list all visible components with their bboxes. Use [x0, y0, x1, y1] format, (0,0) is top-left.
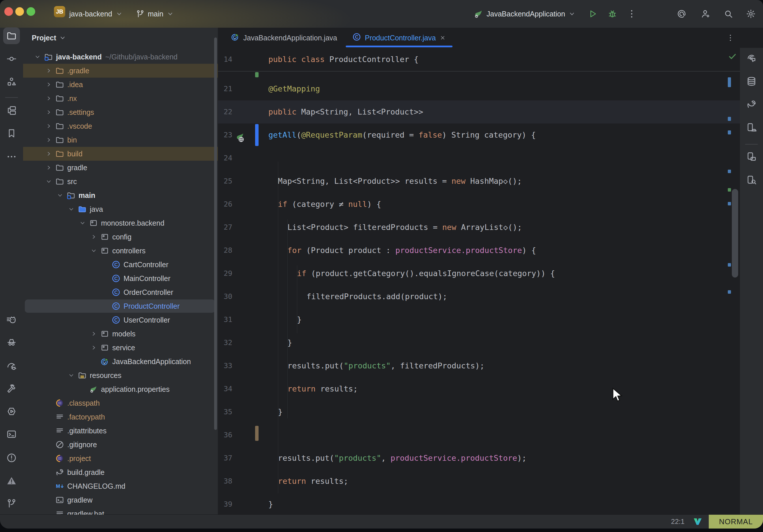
editor-scrollbar[interactable]: [732, 189, 738, 277]
terminal-icon[interactable]: [3, 426, 20, 443]
code-line[interactable]: 30filteredProducts.add(product);: [218, 285, 740, 308]
tree-item[interactable]: src: [23, 174, 218, 188]
debug-button[interactable]: [605, 6, 620, 21]
more-actions-button[interactable]: [624, 6, 639, 21]
tree-item[interactable]: .idea: [23, 78, 218, 91]
error-stripe-mark[interactable]: [728, 77, 731, 87]
search-everywhere-button[interactable]: [721, 6, 736, 21]
incognito-icon[interactable]: [3, 334, 20, 350]
tree-item[interactable]: controllers: [23, 244, 218, 258]
device-mirror-icon[interactable]: [743, 148, 760, 165]
tree-item[interactable]: COrderController: [23, 285, 218, 299]
device-explorer-icon[interactable]: [743, 172, 760, 188]
profiler-icon[interactable]: [3, 358, 20, 374]
tree-item[interactable]: resources: [23, 369, 218, 382]
chevron-right-icon[interactable]: [88, 328, 100, 340]
tree-item[interactable]: java-backend~/Github/java-backend: [23, 50, 218, 64]
tree-item[interactable]: monostore.backend: [23, 216, 218, 230]
problems-icon[interactable]: [3, 450, 20, 466]
tree-item[interactable]: gradlew: [23, 493, 218, 507]
chevron-down-icon[interactable]: [65, 203, 77, 215]
chevron-right-icon[interactable]: [43, 134, 54, 146]
tree-item[interactable]: .settings: [23, 105, 218, 119]
project-panel-header[interactable]: Project: [23, 28, 218, 48]
code-line[interactable]: 38return results;: [218, 470, 740, 493]
code-editor[interactable]: 14public class ProductController {21@Get…: [218, 48, 740, 515]
minimize-window-button[interactable]: [15, 7, 24, 16]
chevron-down-icon[interactable]: [77, 217, 88, 229]
error-stripe-mark[interactable]: [728, 170, 731, 173]
code-line[interactable]: 35}: [218, 400, 740, 424]
commit-icon[interactable]: [3, 51, 20, 67]
tree-item[interactable]: config: [23, 230, 218, 244]
tree-item[interactable]: models: [23, 327, 218, 341]
editor-tab[interactable]: JavaBackendApplication.java: [223, 28, 345, 48]
copilot-icon[interactable]: [3, 311, 20, 328]
build-hammer-icon[interactable]: [3, 380, 20, 397]
bookmark-icon[interactable]: [3, 125, 20, 142]
tree-item[interactable]: MCHANGELOG.md: [23, 479, 218, 493]
tree-item[interactable]: .gitattributes: [23, 424, 218, 438]
ai-assistant-button[interactable]: [674, 6, 689, 21]
tree-item[interactable]: bin: [23, 133, 218, 147]
tree-item[interactable]: main: [23, 188, 218, 202]
code-line[interactable]: 23getAll(@RequestParam(required = false)…: [218, 124, 740, 147]
code-with-me-button[interactable]: [698, 6, 713, 21]
caret-position[interactable]: 22:1: [671, 518, 685, 526]
tab-options-button[interactable]: [725, 33, 735, 43]
tree-item[interactable]: service: [23, 341, 218, 355]
code-line[interactable]: 26if (category ≠ null) {: [218, 193, 740, 216]
tree-item[interactable]: JavaBackendApplication: [23, 355, 218, 369]
services-icon[interactable]: [3, 102, 20, 119]
error-stripe-mark[interactable]: [728, 290, 731, 294]
chevron-right-icon[interactable]: [43, 148, 54, 160]
database-icon[interactable]: [743, 73, 760, 90]
tree-item[interactable]: gradle: [23, 161, 218, 174]
chevron-right-icon[interactable]: [88, 342, 100, 354]
code-line[interactable]: 28for (Product product : productService.…: [218, 239, 740, 262]
ai-assistant-icon[interactable]: [743, 50, 760, 67]
zoom-window-button[interactable]: [27, 7, 35, 16]
sticky-code-line[interactable]: 14public class ProductController {: [218, 48, 740, 71]
error-stripe-mark[interactable]: [728, 117, 731, 121]
error-stripe-mark[interactable]: [728, 202, 731, 205]
chevron-right-icon[interactable]: [43, 65, 54, 76]
tree-item[interactable]: .gitignore: [23, 438, 218, 452]
chevron-right-icon[interactable]: [43, 120, 54, 132]
error-stripe-mark[interactable]: [728, 263, 731, 266]
tree-item[interactable]: .nx: [23, 91, 218, 105]
project-tree-scrollbar[interactable]: [214, 38, 217, 430]
chevron-right-icon[interactable]: [43, 162, 54, 173]
chevron-right-icon[interactable]: [43, 106, 54, 118]
git-branch-icon[interactable]: [3, 495, 20, 512]
code-line[interactable]: 32}: [218, 331, 740, 354]
chevron-right-icon[interactable]: [43, 93, 54, 104]
chevron-right-icon[interactable]: [88, 231, 100, 243]
code-line[interactable]: 39}: [218, 493, 740, 515]
tree-item[interactable]: .factorypath: [23, 410, 218, 424]
tree-item[interactable]: .gradle: [23, 64, 218, 78]
code-line[interactable]: 36: [218, 424, 740, 447]
tree-item[interactable]: CProductController: [23, 299, 218, 313]
error-stripe-mark[interactable]: [728, 130, 731, 135]
run-configuration-selector[interactable]: JavaBackendApplication: [473, 0, 576, 28]
tree-item[interactable]: .classpath: [23, 396, 218, 410]
ideavim-icon[interactable]: [693, 517, 703, 527]
code-line[interactable]: 29if (product.getCategory().equalsIgnore…: [218, 262, 740, 285]
code-line[interactable]: 22public Map<String, List<Product>>: [218, 100, 740, 124]
run-hexagon-icon[interactable]: [3, 403, 20, 420]
tree-item[interactable]: CCartController: [23, 258, 218, 271]
error-stripe-mark[interactable]: [728, 188, 731, 191]
tree-item[interactable]: CUserController: [23, 313, 218, 327]
tree-item[interactable]: application.properties: [23, 382, 218, 396]
close-icon[interactable]: [439, 34, 446, 41]
chevron-down-icon[interactable]: [88, 245, 100, 257]
code-line[interactable]: 27List<Product> filteredProducts = new A…: [218, 216, 740, 239]
code-line[interactable]: 34return results;: [218, 377, 740, 400]
gradle-icon[interactable]: [743, 96, 760, 113]
code-line[interactable]: 33results.put("products", filteredProduc…: [218, 354, 740, 377]
code-line[interactable]: 24: [218, 147, 740, 170]
chevron-down-icon[interactable]: [54, 189, 66, 201]
project-folder-icon[interactable]: [3, 27, 20, 44]
running-devices-icon[interactable]: [743, 119, 760, 136]
